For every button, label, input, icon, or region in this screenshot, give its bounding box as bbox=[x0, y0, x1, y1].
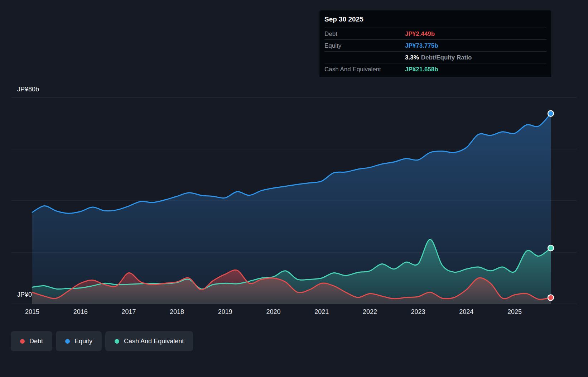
tooltip-date: Sep 30 2025 bbox=[324, 10, 546, 28]
x-axis: 2015201620172018201920202021202220232024… bbox=[0, 308, 588, 319]
legend-label-debt: Debt bbox=[29, 338, 43, 345]
tooltip-row-debt: Debt JP¥2.449b bbox=[324, 28, 546, 39]
y-axis-label-zero: JP¥0 bbox=[17, 291, 32, 299]
tooltip-debt-label: Debt bbox=[324, 30, 337, 37]
endpoint-debt[interactable] bbox=[548, 295, 554, 300]
legend-item-debt[interactable]: Debt bbox=[11, 331, 52, 351]
tooltip-equity-label: Equity bbox=[324, 42, 341, 49]
tooltip-ratio: 3.3%Debt/Equity Ratio bbox=[405, 52, 472, 63]
x-tick-2022: 2022 bbox=[363, 308, 377, 316]
tooltip-equity-value: JP¥73.775b bbox=[405, 40, 438, 52]
legend-label-cash: Cash And Equivalent bbox=[124, 338, 184, 345]
x-tick-2016: 2016 bbox=[73, 308, 88, 316]
tooltip-cash-value: JP¥21.658b bbox=[405, 63, 438, 75]
tooltip-cash-label: Cash And Equivalent bbox=[324, 66, 381, 73]
x-tick-2019: 2019 bbox=[218, 308, 232, 316]
legend-label-equity: Equity bbox=[74, 338, 92, 345]
x-tick-2024: 2024 bbox=[459, 308, 473, 316]
legend-item-equity[interactable]: Equity bbox=[56, 331, 102, 351]
legend: Debt Equity Cash And Equivalent bbox=[11, 331, 193, 351]
tooltip-ratio-label: Debt/Equity Ratio bbox=[421, 54, 472, 61]
tooltip: Sep 30 2025 Debt JP¥2.449b Equity JP¥73.… bbox=[319, 10, 552, 77]
legend-item-cash[interactable]: Cash And Equivalent bbox=[105, 331, 193, 351]
tooltip-row-equity: Equity JP¥73.775b bbox=[324, 39, 546, 51]
debt-dot-icon bbox=[20, 339, 25, 344]
y-axis-label-top: JP¥80b bbox=[17, 86, 39, 93]
tooltip-debt-value: JP¥2.449b bbox=[405, 28, 435, 40]
x-tick-2023: 2023 bbox=[411, 308, 425, 316]
endpoint-equity[interactable] bbox=[548, 111, 554, 116]
tooltip-row-cash: Cash And Equivalent JP¥21.658b bbox=[324, 63, 546, 75]
tooltip-row-ratio: 3.3%Debt/Equity Ratio bbox=[324, 51, 546, 63]
x-tick-2020: 2020 bbox=[266, 308, 280, 316]
x-tick-2021: 2021 bbox=[314, 308, 329, 316]
x-tick-2017: 2017 bbox=[121, 308, 136, 316]
cash-dot-icon bbox=[115, 339, 119, 344]
x-tick-2025: 2025 bbox=[507, 308, 522, 316]
x-tick-2015: 2015 bbox=[25, 308, 39, 316]
equity-dot-icon bbox=[65, 339, 70, 344]
tooltip-ratio-value: 3.3% bbox=[405, 54, 419, 61]
endpoint-cash-and-equivalent[interactable] bbox=[548, 245, 554, 251]
x-tick-2018: 2018 bbox=[170, 308, 184, 316]
